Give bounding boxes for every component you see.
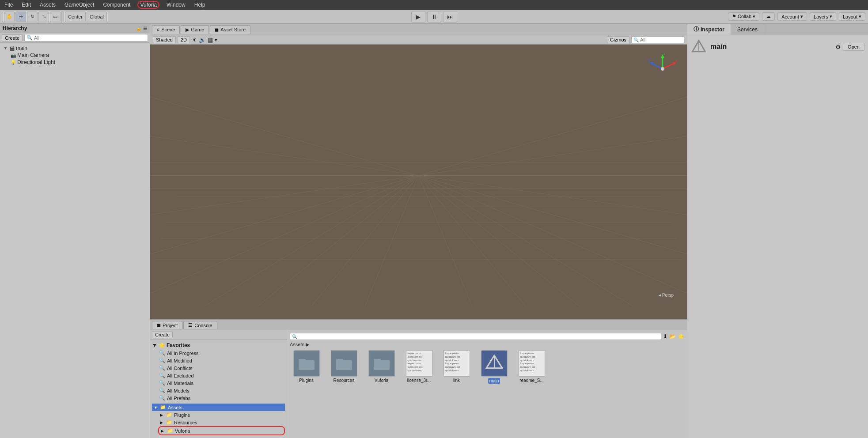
main-camera-label: Main Camera xyxy=(17,52,49,58)
play-btn[interactable]: ▶ xyxy=(411,11,425,23)
fav-all-conflicts[interactable]: 🔍 All Conflicts xyxy=(152,364,285,372)
hierarchy-lock-icon[interactable]: 🔓 xyxy=(136,26,141,31)
project-search-box: 🔍 xyxy=(290,333,661,340)
scene-search-input[interactable] xyxy=(640,37,682,42)
asset-item-vuforia[interactable]: Vuforia xyxy=(365,350,398,384)
plugins-label: Plugins xyxy=(174,412,190,418)
directional-light-item[interactable]: 💡 Directional Light xyxy=(9,59,148,66)
assets-children: ▶ 📁 Plugins ▶ 📁 Resources xyxy=(158,411,285,435)
fav-prefabs-icon: 🔍 xyxy=(159,395,165,401)
asset-item-license[interactable]: loque parroquliquam estqui dolorem.loque… xyxy=(402,350,436,384)
menu-file[interactable]: File xyxy=(3,2,15,8)
menu-edit[interactable]: Edit xyxy=(20,2,33,8)
fav-all-materials[interactable]: 🔍 All Materials xyxy=(152,379,285,387)
inspector-tab-icon: ⓘ xyxy=(694,26,699,33)
assets-vuforia-item[interactable]: ▶ 📁 Vuforia xyxy=(158,426,285,435)
scale-tool-btn[interactable]: ⤡ xyxy=(38,11,49,22)
tab-inspector[interactable]: ⓘ Inspector xyxy=(687,24,731,35)
shading-btn[interactable]: Shaded xyxy=(153,36,176,43)
hierarchy-menu-icon[interactable]: ☰ xyxy=(143,26,147,31)
tab-project[interactable]: ◼ Project xyxy=(152,321,182,329)
hierarchy-header-right: 🔓 ☰ xyxy=(136,26,147,31)
asset-item-link[interactable]: loque parroquliquam estqui dolorem.loque… xyxy=(440,350,473,384)
space-btn[interactable]: Global xyxy=(87,11,107,22)
main-asset-label: main xyxy=(488,378,500,384)
menu-gameobject[interactable]: GameObject xyxy=(63,2,96,8)
persp-label: ◄Persp xyxy=(658,293,674,298)
tab-game[interactable]: ▶ Game xyxy=(181,25,209,34)
fav-all-prefabs[interactable]: 🔍 All Prefabs xyxy=(152,394,285,402)
scene-grid xyxy=(150,45,687,306)
fx-toggle-icon[interactable]: ▦ xyxy=(208,37,213,43)
assets-path-label: Assets ▶ xyxy=(290,342,309,347)
asset-item-resources[interactable]: Resources xyxy=(327,350,360,384)
bottom-tabs-bar: ◼ Project ☰ Console xyxy=(150,320,687,330)
right-toolbar: ⚑ Collab ▾ ☁ Account ▾ Layers ▾ Layout ▾ xyxy=(728,12,865,21)
scene-expand-arrow: ▼ xyxy=(4,46,8,50)
main-camera-item[interactable]: 📷 Main Camera xyxy=(9,52,148,59)
inspector-settings-icon[interactable]: ⚙ xyxy=(835,43,841,50)
account-label: Account xyxy=(781,14,799,19)
hierarchy-create-btn[interactable]: Create xyxy=(2,34,23,42)
rect-tool-btn[interactable]: ▭ xyxy=(50,11,61,22)
rotate-tool-btn[interactable]: ↻ xyxy=(27,11,38,22)
pause-btn[interactable]: ⏸ xyxy=(427,11,441,23)
favorites-items: 🔍 All In Progress 🔍 All Modified 🔍 All C… xyxy=(152,349,285,402)
scene-view[interactable]: Y X Z ◄Persp xyxy=(150,45,687,319)
menu-assets[interactable]: Assets xyxy=(38,2,57,8)
favorites-header[interactable]: ▼ ⭐ Favorites xyxy=(152,341,285,349)
fav-all-excluded-label: All Excluded xyxy=(167,373,194,378)
fav-all-excluded[interactable]: 🔍 All Excluded xyxy=(152,372,285,379)
assets-root-item[interactable]: ▼ 📁 Assets xyxy=(152,404,285,411)
project-folder-icon[interactable]: 📂 xyxy=(669,333,676,340)
fav-all-in-progress[interactable]: 🔍 All In Progress xyxy=(152,349,285,357)
scene-more-icon[interactable]: ▾ xyxy=(215,37,217,43)
asset-item-readme[interactable]: loque parroquliquam estqui dolorem.loque… xyxy=(515,350,548,384)
fav-all-modified[interactable]: 🔍 All Modified xyxy=(152,357,285,364)
menu-component[interactable]: Component xyxy=(101,2,132,8)
menu-help[interactable]: Help xyxy=(193,2,207,8)
account-btn[interactable]: Account ▾ xyxy=(777,12,807,21)
menu-window[interactable]: Window xyxy=(165,2,187,8)
hierarchy-content: ▼ 🎬 main 📷 Main Camera 💡 Directional Lig… xyxy=(0,43,150,438)
audio-toggle-icon[interactable]: 🔊 xyxy=(199,37,206,43)
hand-tool-btn[interactable]: ✋ xyxy=(4,11,15,22)
main-camera-icon: 📷 xyxy=(11,53,16,58)
vuforia-label: Vuforia xyxy=(175,428,190,434)
cloud-btn[interactable]: ☁ xyxy=(762,12,775,21)
tab-services[interactable]: Services xyxy=(731,24,764,35)
svg-line-35 xyxy=(652,63,663,69)
tab-console[interactable]: ☰ Console xyxy=(183,321,217,329)
step-btn[interactable]: ⏭ xyxy=(443,11,457,23)
lighting-toggle-icon[interactable]: ☀ xyxy=(192,37,197,43)
fav-search-icon: 🔍 xyxy=(159,350,165,356)
scene-tabs-bar: # Scene ▶ Game ◼ Asset Store xyxy=(150,24,687,35)
mode-2d-btn[interactable]: 2D xyxy=(178,36,190,43)
pivot-group: Center Global xyxy=(64,11,108,23)
project-star-filter-icon[interactable]: ⭐ xyxy=(678,333,684,340)
tab-scene[interactable]: # Scene xyxy=(152,25,180,34)
asset-item-plugins[interactable]: Plugins xyxy=(290,350,323,384)
inspector-open-btn[interactable]: Open xyxy=(843,43,864,51)
layers-btn[interactable]: Layers ▾ xyxy=(810,12,836,21)
project-search-input[interactable] xyxy=(299,334,659,339)
move-tool-btn[interactable]: ✛ xyxy=(15,11,26,22)
toolbar: ✋ ✛ ↻ ⤡ ▭ Center Global ▶ ⏸ ⏭ ⚑ Collab ▾… xyxy=(0,10,868,24)
assets-resources-item[interactable]: ▶ 📁 Resources xyxy=(158,419,285,426)
hierarchy-header: Hierarchy 🔓 ☰ xyxy=(0,24,150,33)
vuforia-expand-arrow: ▶ xyxy=(161,429,165,433)
pivot-btn[interactable]: Center xyxy=(65,11,86,22)
fav-all-models[interactable]: 🔍 All Models xyxy=(152,387,285,394)
layout-btn[interactable]: Layout ▾ xyxy=(839,12,865,21)
menu-vuforia[interactable]: Vuforia xyxy=(137,1,159,9)
asset-item-main[interactable]: main xyxy=(478,350,511,384)
project-create-btn[interactable]: Create xyxy=(152,331,173,338)
tab-asset-store[interactable]: ◼ Asset Store xyxy=(210,25,250,34)
scene-gizmo[interactable]: Y X Z xyxy=(647,53,674,80)
assets-plugins-item[interactable]: ▶ 📁 Plugins xyxy=(158,411,285,419)
scene-root-item[interactable]: ▼ 🎬 main xyxy=(2,45,148,52)
gizmos-btn[interactable]: Gizmos xyxy=(607,36,629,43)
collab-btn[interactable]: ⚑ Collab ▾ xyxy=(728,12,759,21)
hierarchy-search-input[interactable] xyxy=(34,35,146,41)
project-sort-icon[interactable]: ⬇ xyxy=(663,333,667,340)
